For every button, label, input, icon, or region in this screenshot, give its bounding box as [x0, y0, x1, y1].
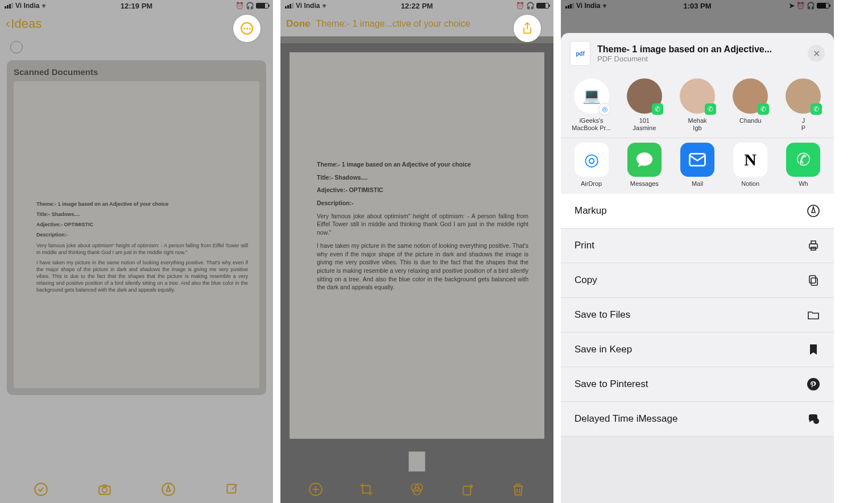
action-label: Save in Keep: [574, 344, 632, 355]
app-label: Mail: [677, 180, 717, 188]
doc-desc-label: Description:-: [317, 199, 354, 206]
app-label: Wh: [783, 180, 824, 188]
doc-adjective-line: Adjective:- OPTIMISTIC: [36, 222, 93, 227]
crop-icon[interactable]: [359, 482, 374, 497]
done-button[interactable]: Done: [286, 18, 311, 30]
action-save-to-pinterest[interactable]: Save to Pinterest: [561, 367, 834, 402]
trash-icon[interactable]: [511, 482, 526, 497]
sheet-document-title: Theme- 1 image based on an Adjective...: [597, 44, 801, 55]
action-save-to-files[interactable]: Save to Files: [561, 298, 834, 332]
whatsapp-badge-icon: ✆: [705, 103, 716, 115]
screen-share-sheet: Vi India ᯤ 1:03 PM ➤ ⏰ 🎧 pdf Theme- 1 im…: [561, 0, 834, 503]
avatar: ✆: [786, 78, 821, 114]
whatsapp-badge-icon: ✆: [811, 103, 822, 115]
doc-adjective-line: Adjective:- OPTIMISTIC: [317, 186, 383, 193]
camera-icon[interactable]: [97, 482, 112, 497]
doc-desc-label: Description:-: [36, 232, 68, 238]
rotate-icon[interactable]: [460, 482, 475, 497]
checkbox-icon[interactable]: [10, 41, 23, 53]
clock: 12:19 PM: [0, 2, 273, 10]
action-markup[interactable]: Markup: [561, 194, 834, 228]
contact-whatsapp[interactable]: ✆ J P: [783, 78, 824, 132]
contacts-row[interactable]: 💻◎ iGeeks's MacBook Pr... ✆ 101 Jasmine …: [561, 74, 834, 138]
pinterest-icon: [807, 377, 820, 391]
contact-whatsapp[interactable]: ✆ 101 Jasmine: [624, 78, 664, 132]
apps-row[interactable]: ◎ AirDrop Messages Mail N Notion ✆: [561, 138, 834, 193]
top-stripe: [280, 36, 553, 43]
airdrop-badge-icon: ◎: [599, 103, 610, 115]
actions-list: Markup Print Copy Save to Files Save in …: [561, 194, 834, 503]
svg-point-17: [807, 378, 820, 390]
action-label: Save to Files: [574, 309, 630, 321]
add-page-icon[interactable]: [308, 482, 323, 497]
app-label: Notion: [730, 180, 771, 188]
card-title: Scanned Documents: [14, 67, 259, 77]
share-sheet: pdf Theme- 1 image based on an Adjective…: [561, 33, 834, 503]
app-messages[interactable]: Messages: [624, 143, 664, 188]
action-delayed-imessage[interactable]: Delayed Time iMessage: [561, 402, 834, 437]
action-copy[interactable]: Copy: [561, 263, 834, 298]
document-thumbnail[interactable]: Theme:- 1 image based on an Adjective of…: [14, 81, 259, 388]
page-thumbnail[interactable]: [408, 451, 425, 472]
more-icon: [241, 22, 253, 35]
app-whatsapp[interactable]: ✆ Wh: [783, 143, 824, 188]
app-mail[interactable]: Mail: [677, 143, 717, 188]
sheet-header: pdf Theme- 1 image based on an Adjective…: [561, 33, 834, 74]
doc-theme-line: Theme:- 1 image based on an Adjective of…: [317, 161, 471, 168]
avatar: ✆: [733, 78, 768, 114]
chevron-left-icon: ‹: [6, 16, 10, 31]
status-bar: Vi India ᯤ 12:22 PM ⏰ 🎧: [280, 0, 553, 11]
app-notion[interactable]: N Notion: [730, 143, 771, 188]
markup-icon[interactable]: [161, 482, 176, 497]
notes-toolbar: [0, 476, 273, 503]
avatar: ✆: [627, 78, 662, 114]
contact-name-1: iGeeks's: [571, 117, 611, 124]
doc-paragraph-1: Very famous joke about optimism" height …: [317, 212, 528, 237]
compose-icon[interactable]: [225, 482, 239, 497]
document-page[interactable]: Theme:- 1 image based on an Adjective of…: [290, 52, 544, 439]
preview-toolbar: [280, 476, 553, 503]
contact-whatsapp[interactable]: ✆ Mehak Igb: [677, 78, 717, 132]
bookmark-icon: [807, 343, 820, 356]
contact-name-2: MacBook Pr...: [571, 124, 611, 132]
scanned-documents-card[interactable]: Scanned Documents Theme:- 1 image based …: [7, 60, 266, 395]
svg-point-0: [35, 483, 47, 496]
close-icon: ✕: [813, 48, 820, 59]
battery-icon: [256, 3, 268, 9]
contact-name-2: Jasmine: [624, 124, 664, 132]
action-save-in-keep[interactable]: Save in Keep: [561, 332, 834, 367]
status-bar: Vi India ᯤ 12:19 PM ⏰ 🎧: [0, 0, 273, 11]
chat-icon: [807, 412, 820, 426]
svg-rect-4: [227, 484, 235, 493]
more-menu-button[interactable]: [233, 15, 261, 42]
app-label: AirDrop: [571, 180, 611, 188]
nav-bar: Done Theme:- 1 image...ctive of your cho…: [280, 11, 553, 36]
checklist-item[interactable]: [7, 36, 266, 60]
app-airdrop[interactable]: ◎ AirDrop: [571, 143, 611, 188]
avatar: 💻◎: [574, 78, 609, 114]
close-button[interactable]: ✕: [808, 45, 825, 62]
share-button[interactable]: [514, 15, 541, 42]
action-print[interactable]: Print: [561, 228, 834, 263]
sheet-document-subtitle: PDF Document: [597, 55, 801, 63]
printer-icon: [807, 239, 820, 252]
svg-rect-9: [463, 487, 470, 495]
filter-icon[interactable]: [410, 482, 424, 497]
contact-airdrop[interactable]: 💻◎ iGeeks's MacBook Pr...: [571, 78, 611, 132]
notion-icon: N: [733, 143, 767, 177]
checklist-icon[interactable]: [34, 482, 48, 497]
app-label: Messages: [624, 180, 664, 188]
copy-icon: [807, 273, 820, 287]
back-button[interactable]: ‹ Ideas: [6, 16, 42, 31]
svg-rect-13: [811, 241, 816, 244]
markup-pen-icon: [807, 204, 820, 218]
pdf-icon: pdf: [570, 41, 590, 66]
screen-notes-list: Vi India ᯤ 12:19 PM ⏰ 🎧 ‹ Ideas Scanned …: [0, 0, 273, 503]
doc-title-line: Title:- Shadows....: [36, 211, 80, 217]
contact-name-1: Mehak: [677, 117, 717, 124]
svg-rect-15: [811, 278, 817, 285]
airdrop-icon: ◎: [574, 143, 609, 177]
whatsapp-icon: ✆: [786, 143, 820, 177]
contact-whatsapp[interactable]: ✆ Chandu: [730, 78, 771, 132]
doc-theme-line: Theme:- 1 image based on an Adjective of…: [36, 201, 168, 207]
